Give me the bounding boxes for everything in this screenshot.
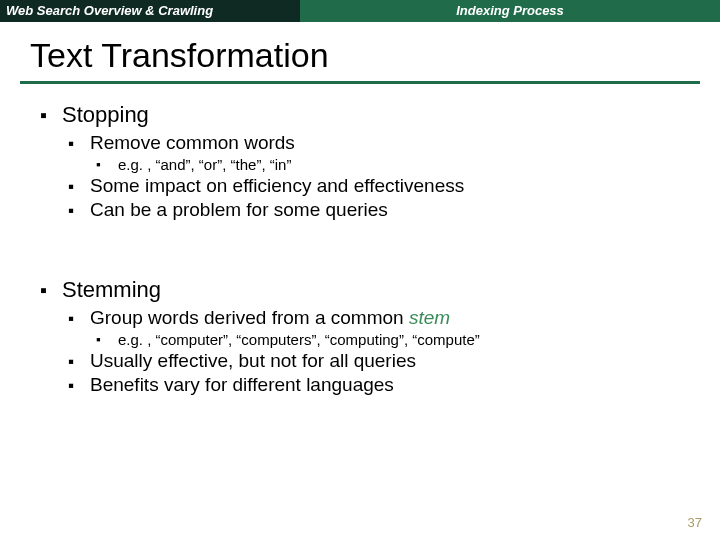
page-title: Text Transformation	[0, 22, 720, 81]
list-item-text: Group words derived from a common	[90, 307, 409, 328]
stem-word: stem	[409, 307, 450, 328]
list-item: Some impact on efficiency and effectiven…	[68, 175, 680, 197]
header-right: Indexing Process	[300, 0, 720, 22]
list-item: Usually effective, but not for all queri…	[68, 350, 680, 372]
header-bar: Web Search Overview & Crawling Indexing …	[0, 0, 720, 22]
list-item: Can be a problem for some queries	[68, 199, 680, 221]
section-heading: Stopping	[40, 102, 680, 128]
spacer	[40, 221, 680, 271]
page-number: 37	[688, 515, 702, 530]
slide: Web Search Overview & Crawling Indexing …	[0, 0, 720, 540]
list-item: Remove common words	[68, 132, 680, 154]
section-heading: Stemming	[40, 277, 680, 303]
list-item: e.g. , “and”, “or”, “the”, “in”	[96, 156, 680, 173]
content-area: Stopping Remove common words e.g. , “and…	[0, 102, 720, 396]
list-item: e.g. , “computer”, “computers”, “computi…	[96, 331, 680, 348]
title-underline	[20, 81, 700, 84]
list-item: Benefits vary for different languages	[68, 374, 680, 396]
header-left: Web Search Overview & Crawling	[0, 0, 300, 22]
list-item: Group words derived from a common stem	[68, 307, 680, 329]
